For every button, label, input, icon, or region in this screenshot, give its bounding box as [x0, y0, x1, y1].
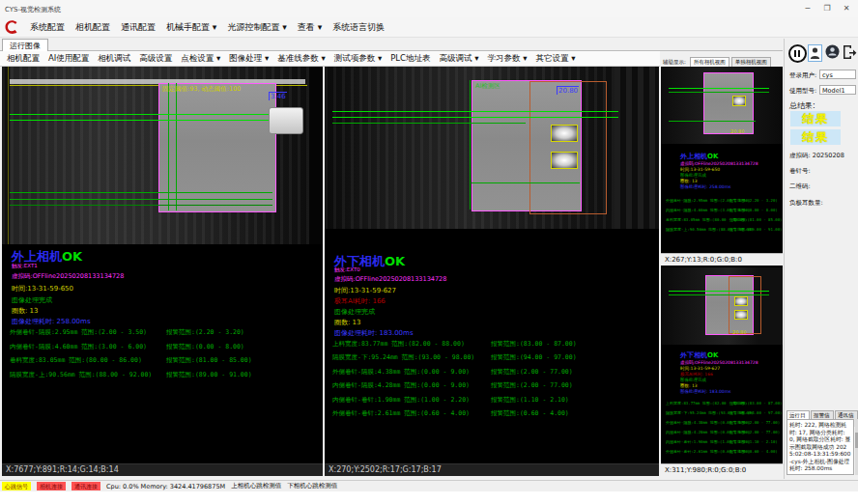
virtual-code-value: 20250208: [813, 152, 844, 159]
close-button[interactable]: ✕: [838, 2, 855, 14]
measure-line-2: [669, 294, 769, 295]
virtual-code-caption: 虚拟码:: [789, 152, 811, 159]
tool-camera-debug[interactable]: 相机调试: [98, 53, 130, 65]
alarm-range: 报警范围:(2.00 - 77.00): [729, 430, 780, 434]
exit-button[interactable]: [843, 44, 858, 61]
alarm-range: 报警范围:(2.00 - 77.00): [491, 368, 573, 377]
upper-camera-image[interactable]: 固定阈值:93, 动态阈值:100 3.46: [2, 67, 323, 244]
alarm-range: 报警范围:(89.00 - 91.00): [166, 371, 252, 379]
tab-count-label: 负极耳数量:: [789, 199, 823, 208]
measure-line-2: [10, 120, 300, 121]
exit-door-icon: [843, 44, 857, 60]
tool-test-params[interactable]: 测试项参数 ▾: [334, 53, 382, 65]
alarm-range: 报警范围:(0.60 - 4.00): [729, 449, 778, 454]
panel-lower-camera: AI检测区 20.80 外下相机OK 触发:EXT0 虚拟码:OFFline20…: [325, 67, 659, 476]
measurement-value: 外侧卷针-隔膜:4.38mm 范围:(0.00 - 9.00): [332, 368, 470, 377]
measure-line-1: [332, 111, 618, 112]
guide-line-left: [8, 67, 9, 244]
heartbeat-badge: 心跳信号: [2, 482, 31, 490]
alarm-range: 报警范围:(94.00 - 97.00): [491, 353, 577, 362]
statusbar: 心跳信号 相机连接 通讯连接 Cpu: 0.0% Memory: 3424.41…: [0, 480, 858, 491]
sidebar: 登录用户: cys 使用型号: Model1 总结果: 结果 结果 虚拟码: 2…: [784, 39, 858, 479]
tool-other-settings[interactable]: 其它设置 ▾: [535, 53, 575, 65]
measure-line-1: [669, 88, 769, 89]
log-text-area[interactable]: 耗时: 222, 网络检测耗时: 17, 网络分类耗时: 0, 网络截取分区耗时…: [786, 419, 854, 475]
menu-camera-config[interactable]: 相机配置: [75, 21, 110, 34]
alarm-range: 报警范围:(1.10 - 2.10): [729, 439, 778, 444]
pause-button[interactable]: [788, 44, 804, 61]
thumb-upper-image[interactable]: 20.80: [661, 67, 783, 144]
virtual-code-line: 虚拟码:OFFline20250208133134728: [334, 275, 446, 284]
tool-learning-params[interactable]: 学习参数 ▾: [487, 53, 527, 65]
needle-number-label: 卷针号:: [789, 167, 811, 176]
pixel-readout-bar: X:311;Y:980;R:0;G:0;B:0: [661, 463, 783, 476]
alarm-range: 报警范围:(2.00 - 77.00): [729, 420, 780, 425]
maximize-button[interactable]: ❐: [818, 2, 836, 14]
aux-view-label: 辅助显示:: [661, 58, 688, 67]
measurement-value: 内侧卷针-隔膜:4.28mm 范围:(0.00 - 9.00): [332, 381, 470, 390]
login-user-button[interactable]: [808, 44, 823, 61]
aux-tab-single-camera[interactable]: 单独相机视图: [731, 57, 771, 67]
ai-region-label: AI检测区: [475, 82, 500, 91]
camera-name: 外上相机: [680, 153, 707, 160]
elapsed-line: 图像处理耗时: 183.00ms: [334, 328, 414, 338]
measurement-value: 外侧卷针-卷针:2.61mm 范围:(0.60 - 4.00): [332, 409, 470, 418]
measurement-value: 内侧卷针-隔膜:4.60mm 范围:(3.00 - 6.00): [10, 343, 147, 351]
lower-camera-image[interactable]: AI检测区 20.80: [325, 67, 659, 229]
window-controls: ─ ❐ ✕: [799, 2, 855, 14]
tab-detect-box-1: [734, 296, 748, 306]
thumb-lower-image[interactable]: 20.80: [661, 267, 783, 345]
aux-tab-all-cameras[interactable]: 所有相机视图: [690, 57, 729, 67]
comm-link-badge: 通讯连接: [72, 482, 100, 490]
measure-line-2: [669, 92, 769, 93]
processing-done-line: 图像处理完成: [12, 295, 52, 305]
tool-baseline-params[interactable]: 基准线参数 ▾: [277, 53, 325, 65]
alarm-range: 报警范围:(2.20 - 3.20): [166, 328, 244, 337]
alarm-range: 报警范围:(83.00 - 87.00): [491, 340, 577, 349]
tool-ai-config[interactable]: AI使用配置: [48, 53, 89, 65]
menu-robot-config[interactable]: 机械手配置 ▾: [166, 21, 216, 34]
result-box-lower: 结果: [790, 129, 841, 145]
alarm-range: 报警范围:(94.00 - 97.00): [729, 410, 783, 415]
connector-part: [269, 107, 303, 134]
time-line: 时间:13-31-59-650: [680, 167, 720, 172]
titlebar: CYS-视觉检测系统 ─ ❐ ✕: [0, 0, 858, 18]
virtual-code-line: 虚拟码:OFFline20250208133134728: [680, 161, 758, 166]
measure-value-overlay: 20.80: [557, 86, 579, 95]
result-box-upper: 结果: [790, 111, 841, 126]
thumb-overlay-value: 20.80: [730, 128, 744, 134]
measurement-row: 内侧卷针-隔膜:4.28mm 范围:(0.00 - 9.00) 报警范围:(2.…: [332, 381, 657, 391]
model-label: 使用型号:: [789, 87, 816, 96]
tool-advanced-settings[interactable]: 高级设置: [139, 53, 172, 65]
measurement-row: 内侧卷针-隔膜:4.60mm 范围:(3.00 - 6.00) 报警范围:(0.…: [10, 343, 321, 352]
menu-light-config[interactable]: 光源控制配置 ▾: [227, 21, 286, 34]
model-select[interactable]: Model1: [819, 85, 856, 95]
pixel-readout-bar: X:7677;Y:891;R:14;G:14;B:14: [2, 463, 323, 476]
tool-image-processing[interactable]: 图像处理 ▾: [229, 53, 269, 65]
trigger-label: 触发:EXT0: [334, 266, 360, 273]
elapsed-line: 图像处理耗时: 258.00ms: [12, 317, 91, 326]
turns-line: 圈数: 13: [680, 383, 698, 388]
login-user-value[interactable]: cys: [819, 70, 856, 79]
menu-system-config[interactable]: 系统配置: [30, 21, 65, 34]
time-line: 时间:13-31-59-627: [334, 286, 396, 295]
minimize-button[interactable]: ─: [799, 2, 816, 14]
measure-line-3: [10, 192, 272, 193]
menu-language-switch[interactable]: 系统语言切换: [332, 21, 385, 34]
alarm-range: 报警范围:(2.20 - 3.20): [729, 198, 778, 203]
tool-plc-address[interactable]: PLC地址表: [390, 53, 430, 65]
user-manage-button[interactable]: [825, 44, 841, 61]
tab-run-image[interactable]: 运行图像: [2, 39, 48, 52]
alarm-range: 报警范围:(0.60 - 4.00): [491, 409, 569, 418]
tool-camera-config[interactable]: 相机配置: [7, 53, 40, 65]
menu-comm-config[interactable]: 通讯配置: [121, 21, 156, 34]
tool-spot-check[interactable]: 点检设置 ▾: [181, 53, 220, 65]
tab-detect-box-2: [551, 152, 578, 169]
menu-view[interactable]: 查看 ▾: [298, 21, 322, 34]
aux-view-tabs: 辅助显示: 所有相机视图 单独相机视图: [661, 52, 783, 67]
upper-heartbeat-status: 上相机心跳检测值: [231, 482, 281, 490]
measurement-value: 内侧卷针-卷针:1.90mm 范围:(1.00 - 2.20): [332, 396, 470, 405]
tool-advanced-debug[interactable]: 高级调试 ▾: [440, 53, 479, 65]
pause-icon: [788, 44, 807, 63]
elapsed-line: 图像处理耗时: 183.00ms: [680, 389, 730, 394]
